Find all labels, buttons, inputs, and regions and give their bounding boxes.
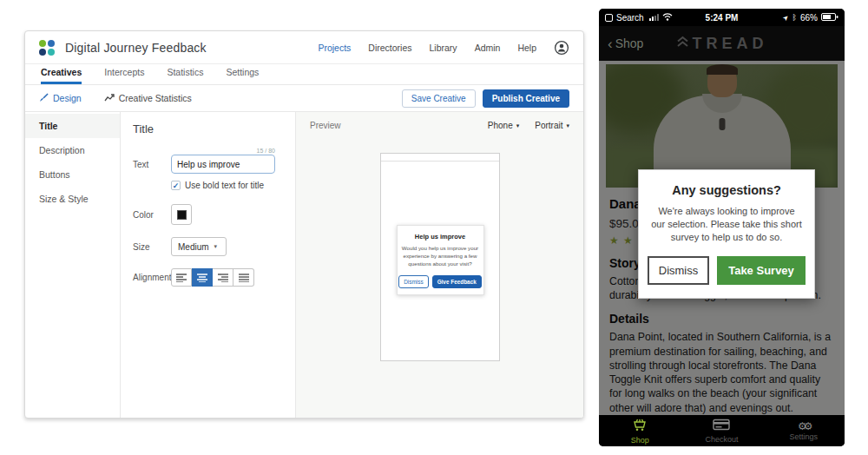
sidebar-item-buttons[interactable]: Buttons (25, 162, 120, 187)
check-icon: ✓ (173, 181, 180, 190)
logo-dot-green (39, 40, 46, 47)
sidebar-item-size-style[interactable]: Size & Style (25, 187, 120, 211)
color-field-label: Color (133, 210, 171, 220)
title-text-input[interactable] (171, 155, 275, 174)
tab-creatives[interactable]: Creatives (41, 67, 82, 84)
bold-text-checkbox-row: ✓ Use bold text for title (171, 181, 283, 190)
creative-section-nav: Title Description Buttons Size & Style (25, 112, 121, 418)
mobile-device-screen: Search 5:24 PM ➤ ᛒ 66% ‹ Shop (599, 9, 845, 446)
bluetooth-icon: ᛒ (792, 13, 797, 22)
align-center-icon (197, 274, 207, 282)
back-to-shop-button[interactable]: ‹ Shop (608, 36, 643, 51)
align-left-button[interactable] (171, 268, 192, 287)
preview-panel: Preview Phone ▾ Portrait ▾ Help us impro… (296, 112, 583, 418)
align-right-icon (218, 274, 228, 282)
survey-modal: Any suggestions? We're always looking to… (638, 169, 815, 299)
orientation-select-value: Portrait (535, 121, 562, 130)
preview-dialog-body: Would you help us improve your experienc… (402, 245, 479, 268)
tab-shop[interactable]: Shop (599, 415, 681, 446)
status-bar: Search 5:24 PM ➤ ᛒ 66% (599, 9, 845, 26)
size-field-label: Size (133, 242, 171, 252)
bold-text-checkbox[interactable]: ✓ (171, 181, 181, 190)
nav-library[interactable]: Library (430, 43, 457, 53)
nav-directories[interactable]: Directories (368, 43, 411, 53)
logo-dot-navy (39, 49, 46, 56)
tab-settings[interactable]: Settings (226, 67, 259, 84)
nav-admin[interactable]: Admin (475, 43, 501, 53)
shopping-cart-icon (632, 418, 648, 435)
text-field-label: Text (133, 160, 171, 174)
color-swatch-button[interactable] (171, 204, 192, 225)
align-left-icon (176, 274, 187, 282)
align-center-button[interactable] (192, 268, 213, 287)
alignment-button-group (171, 268, 254, 287)
location-services-icon: ➤ (781, 12, 791, 22)
app-logo (39, 40, 55, 56)
tab-settings[interactable]: ⚙⚙ Settings (763, 415, 845, 446)
line-chart-icon (104, 93, 115, 104)
preview-give-feedback-button[interactable]: Give Feedback (432, 275, 482, 288)
logo-dot-blue (48, 40, 55, 47)
battery-icon (821, 13, 838, 23)
alignment-field-label: Alignment (133, 273, 171, 282)
survey-title: Any suggestions? (648, 183, 806, 197)
tab-settings-label: Settings (790, 432, 819, 441)
device-select[interactable]: Phone ▾ (488, 121, 519, 130)
design-tab-label: Design (53, 93, 82, 103)
color-swatch (177, 210, 187, 220)
account-icon[interactable] (554, 40, 569, 56)
battery-percent: 66% (800, 13, 818, 23)
align-justify-icon (239, 274, 249, 282)
char-counter: 15 / 80 (171, 148, 275, 154)
creative-statistics-tab[interactable]: Creative Statistics (104, 93, 192, 104)
sidebar-item-description[interactable]: Description (25, 138, 120, 162)
creative-statistics-label: Creative Statistics (119, 93, 192, 103)
caret-down-icon: ▾ (516, 122, 520, 129)
preview-phone-frame: Help us improve Would you help us improv… (380, 153, 500, 361)
caret-down-icon: ▾ (214, 243, 218, 250)
credit-card-icon (713, 419, 730, 434)
form-heading: Title (133, 122, 283, 135)
title-form-panel: Title Text 15 / 80 ✓ Use bold text for t… (121, 112, 296, 418)
app-header: Digital Journey Feedback Projects Direct… (25, 31, 583, 64)
paintbrush-icon (39, 93, 49, 104)
chevron-left-icon: ‹ (608, 36, 613, 51)
tab-checkout[interactable]: Checkout (681, 415, 762, 446)
bold-text-checkbox-label: Use bold text for title (185, 181, 264, 190)
bottom-tab-bar: Shop Checkout ⚙⚙ Settings (599, 415, 845, 446)
align-justify-button[interactable] (233, 268, 254, 287)
survey-body: We're always looking to improve our sele… (651, 205, 802, 244)
tab-shop-label: Shop (631, 436, 649, 445)
back-to-shop-label: Shop (615, 36, 644, 50)
creative-toolbar: Design Creative Statistics Save Creative… (25, 85, 583, 112)
preview-phone-statusbar (381, 154, 499, 162)
tab-statistics[interactable]: Statistics (167, 67, 203, 84)
save-creative-button[interactable]: Save Creative (402, 89, 476, 108)
tab-intercepts[interactable]: Intercepts (104, 67, 144, 84)
tab-checkout-label: Checkout (705, 435, 738, 444)
shop-screen: ‹ Shop TREAD Dana Toggle Knit $95 (599, 26, 845, 415)
survey-dismiss-button[interactable]: Dismiss (648, 256, 709, 285)
preview-dialog-title: Help us improve (402, 233, 479, 241)
orientation-select[interactable]: Portrait ▾ (535, 121, 569, 130)
device-select-value: Phone (488, 121, 513, 130)
size-select[interactable]: Medium ▾ (171, 237, 227, 256)
logo-dot-teal (48, 49, 55, 56)
size-select-value: Medium (178, 242, 209, 252)
caret-down-icon: ▾ (566, 122, 569, 129)
gears-icon: ⚙⚙ (798, 421, 810, 432)
design-tab[interactable]: Design (39, 93, 82, 104)
preview-label: Preview (310, 121, 341, 130)
publish-creative-button[interactable]: Publish Creative (483, 89, 569, 108)
align-right-button[interactable] (213, 268, 233, 287)
sidebar-item-title[interactable]: Title (25, 114, 120, 138)
feedback-app-window: Digital Journey Feedback Projects Direct… (24, 30, 584, 419)
take-survey-button[interactable]: Take Survey (717, 256, 806, 285)
nav-help[interactable]: Help (517, 43, 536, 53)
nav-projects[interactable]: Projects (318, 43, 351, 53)
preview-dismiss-button[interactable]: Dismiss (398, 275, 428, 288)
top-nav: Projects Directories Library Admin Help (318, 40, 569, 56)
preview-feedback-dialog: Help us improve Would you help us improv… (397, 225, 484, 295)
page-title: Digital Journey Feedback (65, 41, 207, 55)
tab-row: Creatives Intercepts Statistics Settings (25, 64, 583, 85)
